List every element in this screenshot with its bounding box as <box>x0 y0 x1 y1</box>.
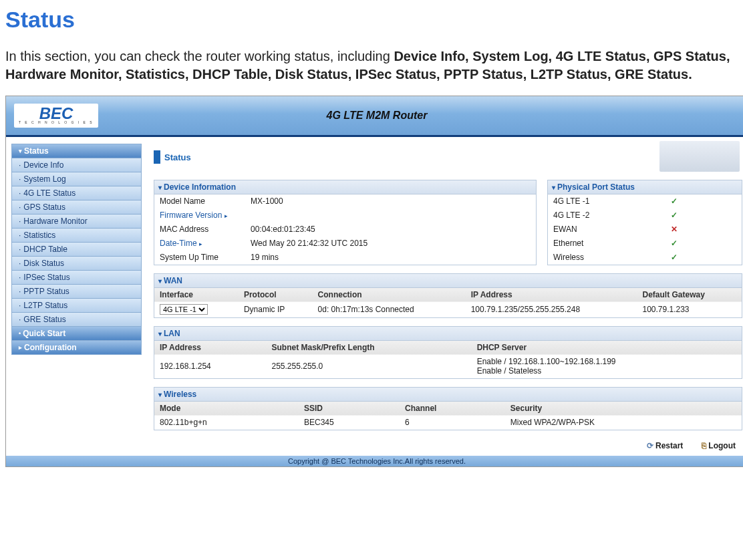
lan-ip: 192.168.1.254 <box>154 355 267 378</box>
sidebar-item-status[interactable]: ▾Status <box>11 144 142 158</box>
value: 19 mins <box>245 251 536 265</box>
intro-plain: In this section, you can check the route… <box>5 49 394 63</box>
triangle-icon: ▾ <box>158 330 162 337</box>
wan-connection: 0d: 0h:17m:13s Connected <box>313 302 466 317</box>
value: MX-1000 <box>245 194 536 208</box>
panel-lan: ▾LAN IP Address Subnet Mask/Prefix Lengt… <box>154 326 742 379</box>
port-name: 4G LTE -1 <box>548 194 665 208</box>
status-header: Status <box>154 144 742 170</box>
panel-wan: ▾WAN Interface Protocol Connection IP Ad… <box>154 273 742 318</box>
wan-gateway: 100.79.1.233 <box>637 302 742 317</box>
wireless-security: Mixed WPA2/WPA-PSK <box>505 416 742 430</box>
check-icon: ✓ <box>665 208 742 223</box>
wireless-channel: 6 <box>400 416 505 430</box>
col-connection: Connection <box>313 288 466 302</box>
triangle-icon: ▾ <box>158 391 162 398</box>
port-name: EWAN <box>548 223 665 237</box>
bullet-icon: • <box>19 330 21 337</box>
col-protocol: Protocol <box>239 288 313 302</box>
sidebar-item-disk-status[interactable]: Disk Status <box>11 257 142 271</box>
lan-dhcp: Enable / 192.168.1.100~192.168.1.199 Ena… <box>472 355 742 378</box>
sidebar-item-hardware-monitor[interactable]: Hardware Monitor <box>11 215 142 229</box>
triangle-icon: ▾ <box>158 184 162 191</box>
page-title: Status <box>5 7 743 33</box>
label: Model Name <box>154 194 245 208</box>
panel-head-wan: ▾WAN <box>154 274 742 288</box>
status-bar-icon <box>154 150 160 164</box>
panel-head-port-status: ▾Physical Port Status <box>548 180 742 194</box>
col-channel: Channel <box>400 402 505 416</box>
sidebar-item-pptp-status[interactable]: PPTP Status <box>11 285 142 299</box>
panel-port-status: ▾Physical Port Status 4G LTE -1✓ 4G LTE … <box>547 180 742 265</box>
col-mode: Mode <box>154 402 299 416</box>
firmware-version-link[interactable]: Firmware Version ▸ <box>154 208 245 223</box>
restart-icon: ⟳ <box>647 441 653 450</box>
restart-button[interactable]: ⟳Restart <box>647 441 683 450</box>
sidebar: ▾Status Device Info System Log 4G LTE St… <box>11 144 142 355</box>
cross-icon: ✕ <box>665 223 742 237</box>
decorative-image <box>659 141 740 172</box>
col-ip: IP Address <box>466 288 637 302</box>
sidebar-item-gps-status[interactable]: GPS Status <box>11 200 142 215</box>
wan-protocol: Dynamic IP <box>239 302 313 317</box>
caret-down-icon: ▾ <box>19 148 22 154</box>
panel-head-wireless: ▾Wireless <box>154 388 742 402</box>
triangle-icon: ▾ <box>552 184 555 191</box>
sidebar-item-system-log[interactable]: System Log <box>11 172 142 186</box>
sidebar-item-ipsec-status[interactable]: IPSec Status <box>11 271 142 285</box>
wireless-ssid: BEC345 <box>299 416 400 430</box>
caret-right-icon: ▸ <box>199 241 202 247</box>
date-time-link[interactable]: Date-Time ▸ <box>154 237 245 251</box>
triangle-icon: ▾ <box>158 277 162 285</box>
caret-right-icon: ▸ <box>225 213 228 219</box>
check-icon: ✓ <box>665 251 742 265</box>
intro-text: In this section, you can check the route… <box>5 47 743 84</box>
value <box>245 208 536 223</box>
footer-bar: ⟳Restart ⎘Logout <box>154 438 742 452</box>
logout-icon: ⎘ <box>702 441 706 450</box>
sidebar-item-quick-start[interactable]: •Quick Start <box>11 327 142 341</box>
sidebar-item-gre-status[interactable]: GRE Status <box>11 313 142 327</box>
port-name: Wireless <box>548 251 665 265</box>
wan-interface-select[interactable]: 4G LTE -1 <box>160 304 208 315</box>
wireless-mode: 802.11b+g+n <box>154 416 299 430</box>
sidebar-item-dhcp-table[interactable]: DHCP Table <box>11 243 142 257</box>
copyright: Copyright @ BEC Technologies Inc.All rig… <box>6 456 743 466</box>
col-security: Security <box>505 402 742 416</box>
status-title: Status <box>164 152 191 162</box>
sidebar-item-l2tp-status[interactable]: L2TP Status <box>11 299 142 313</box>
sidebar-item-4g-lte-status[interactable]: 4G LTE Status <box>11 186 142 200</box>
label: System Up Time <box>154 251 245 265</box>
caret-right-icon: ▸ <box>19 344 22 351</box>
port-name: Ethernet <box>548 237 665 251</box>
col-mask: Subnet Mask/Prefix Length <box>267 341 472 355</box>
col-gateway: Default Gateway <box>637 288 742 302</box>
wan-ip: 100.79.1.235/255.255.255.248 <box>466 302 637 317</box>
banner-title: 4G LTE M2M Router <box>6 110 743 122</box>
check-icon: ✓ <box>665 237 742 251</box>
value: 00:04:ed:01:23:45 <box>245 223 536 237</box>
label: MAC Address <box>154 223 245 237</box>
col-dhcp: DHCP Server <box>472 341 742 355</box>
banner: BEC T E C H N O L O G I E S 4G LTE M2M R… <box>6 96 743 135</box>
panel-head-lan: ▾LAN <box>154 327 742 341</box>
main-content: Status ▾Device Information Model NameMX-… <box>154 144 742 452</box>
port-name: 4G LTE -2 <box>548 208 665 223</box>
sidebar-item-device-info[interactable]: Device Info <box>11 158 142 172</box>
router-screenshot: BEC T E C H N O L O G I E S 4G LTE M2M R… <box>5 96 743 467</box>
value: Wed May 20 21:42:32 UTC 2015 <box>245 237 536 251</box>
check-icon: ✓ <box>665 194 742 208</box>
panel-head-device-info: ▾Device Information <box>154 180 536 194</box>
col-ssid: SSID <box>299 402 400 416</box>
panel-wireless: ▾Wireless Mode SSID Channel Security 802… <box>154 387 742 430</box>
col-ip: IP Address <box>154 341 267 355</box>
sidebar-item-configuration[interactable]: ▸Configuration <box>11 341 142 355</box>
lan-mask: 255.255.255.0 <box>267 355 472 378</box>
sidebar-item-statistics[interactable]: Statistics <box>11 229 142 243</box>
panel-device-info: ▾Device Information Model NameMX-1000 Fi… <box>154 180 537 265</box>
col-interface: Interface <box>154 288 239 302</box>
logout-button[interactable]: ⎘Logout <box>702 441 736 450</box>
